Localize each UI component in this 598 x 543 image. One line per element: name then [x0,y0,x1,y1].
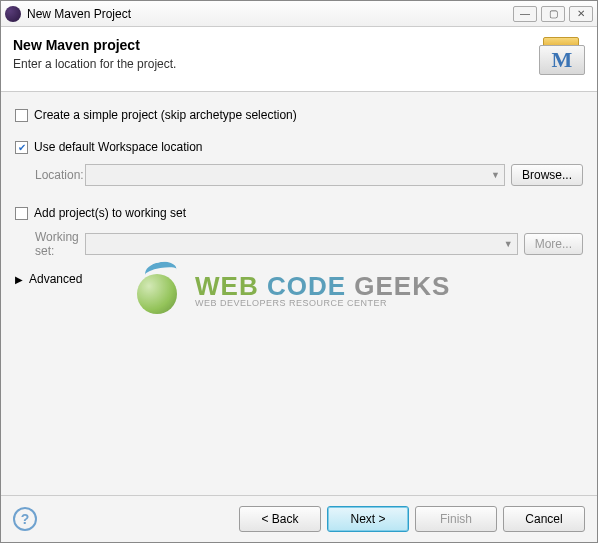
working-set-checkbox[interactable] [15,207,28,220]
maximize-button[interactable]: ▢ [541,6,565,22]
wizard-footer: ? < Back Next > Finish Cancel [1,495,597,542]
watermark: WEB CODE GEEKS WEB DEVELOPERS RESOURCE C… [131,262,450,318]
cancel-button[interactable]: Cancel [503,506,585,532]
advanced-toggle[interactable]: ▶ Advanced [15,272,583,286]
working-set-combo[interactable]: ▼ [85,233,518,255]
help-icon[interactable]: ? [13,507,37,531]
finish-button[interactable]: Finish [415,506,497,532]
expand-icon: ▶ [15,274,23,285]
location-label: Location: [15,168,85,182]
window-title: New Maven Project [27,7,513,21]
wizard-header: New Maven project Enter a location for t… [1,27,597,92]
app-icon [5,6,21,22]
chevron-down-icon: ▼ [504,239,513,249]
more-button[interactable]: More... [524,233,583,255]
simple-project-checkbox[interactable] [15,109,28,122]
working-set-label: Working set: [15,230,85,258]
location-combo[interactable]: ▼ [85,164,505,186]
working-set-cb-row[interactable]: Add project(s) to working set [15,206,583,220]
default-workspace-row[interactable]: Use default Workspace location [15,140,583,154]
default-workspace-label: Use default Workspace location [34,140,203,154]
default-workspace-checkbox[interactable] [15,141,28,154]
working-set-cb-label: Add project(s) to working set [34,206,186,220]
simple-project-label: Create a simple project (skip archetype … [34,108,297,122]
simple-project-row[interactable]: Create a simple project (skip archetype … [15,108,583,122]
browse-button[interactable]: Browse... [511,164,583,186]
back-button[interactable]: < Back [239,506,321,532]
window-controls: — ▢ ✕ [513,6,593,22]
minimize-button[interactable]: — [513,6,537,22]
watermark-subtitle: WEB DEVELOPERS RESOURCE CENTER [195,299,450,308]
close-button[interactable]: ✕ [569,6,593,22]
chevron-down-icon: ▼ [491,170,500,180]
wizard-content: Create a simple project (skip archetype … [1,92,597,495]
watermark-logo-icon [131,262,187,318]
page-title: New Maven project [13,37,539,53]
next-button[interactable]: Next > [327,506,409,532]
advanced-label: Advanced [29,272,82,286]
maven-icon: M [539,37,585,77]
titlebar: New Maven Project — ▢ ✕ [1,1,597,27]
page-subtitle: Enter a location for the project. [13,57,539,71]
